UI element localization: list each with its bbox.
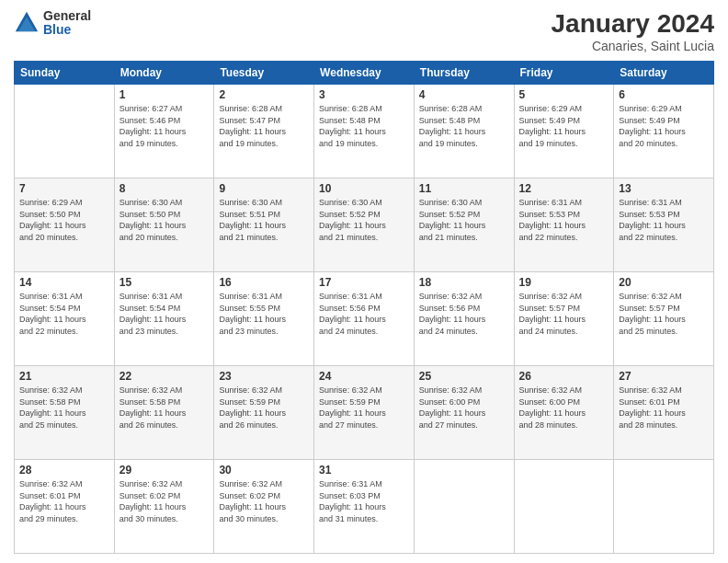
col-tuesday: Tuesday: [214, 62, 314, 85]
header: General Blue January 2024 Canaries, Sain…: [14, 9, 714, 53]
day-info: Sunrise: 6:32 AM Sunset: 5:56 PM Dayligh…: [419, 291, 509, 337]
calendar-cell: 15Sunrise: 6:31 AM Sunset: 5:54 PM Dayli…: [114, 272, 214, 366]
calendar-cell: 24Sunrise: 6:32 AM Sunset: 5:59 PM Dayli…: [314, 366, 415, 460]
calendar-cell: 18Sunrise: 6:32 AM Sunset: 5:56 PM Dayli…: [414, 272, 514, 366]
logo-general-text: General: [43, 9, 91, 23]
calendar-cell: 5Sunrise: 6:29 AM Sunset: 5:49 PM Daylig…: [514, 85, 614, 178]
calendar-cell: 27Sunrise: 6:32 AM Sunset: 6:01 PM Dayli…: [614, 366, 714, 460]
calendar-cell: 3Sunrise: 6:28 AM Sunset: 5:48 PM Daylig…: [314, 85, 415, 178]
day-number: 23: [219, 370, 309, 383]
day-number: 29: [119, 464, 210, 477]
calendar-cell: 22Sunrise: 6:32 AM Sunset: 5:58 PM Dayli…: [114, 366, 214, 460]
col-wednesday: Wednesday: [314, 62, 415, 85]
calendar-cell: [15, 85, 115, 178]
day-number: 9: [219, 182, 309, 195]
day-info: Sunrise: 6:32 AM Sunset: 5:59 PM Dayligh…: [319, 385, 409, 431]
day-info: Sunrise: 6:31 AM Sunset: 5:54 PM Dayligh…: [119, 291, 210, 337]
page: General Blue January 2024 Canaries, Sain…: [0, 0, 728, 563]
day-info: Sunrise: 6:28 AM Sunset: 5:47 PM Dayligh…: [219, 103, 309, 149]
week-row-3: 14Sunrise: 6:31 AM Sunset: 5:54 PM Dayli…: [15, 272, 714, 366]
day-number: 31: [319, 464, 409, 477]
day-number: 24: [319, 370, 409, 383]
calendar-table: Sunday Monday Tuesday Wednesday Thursday…: [14, 61, 714, 554]
main-title: January 2024: [552, 9, 714, 39]
logo: General Blue: [14, 9, 91, 38]
day-number: 15: [119, 276, 210, 289]
day-info: Sunrise: 6:32 AM Sunset: 5:57 PM Dayligh…: [619, 291, 709, 337]
day-number: 10: [319, 182, 409, 195]
calendar-cell: 23Sunrise: 6:32 AM Sunset: 5:59 PM Dayli…: [214, 366, 314, 460]
calendar-cell: 7Sunrise: 6:29 AM Sunset: 5:50 PM Daylig…: [15, 178, 115, 272]
day-info: Sunrise: 6:31 AM Sunset: 5:55 PM Dayligh…: [219, 291, 309, 337]
day-info: Sunrise: 6:32 AM Sunset: 5:58 PM Dayligh…: [119, 385, 210, 431]
day-info: Sunrise: 6:32 AM Sunset: 5:58 PM Dayligh…: [19, 385, 109, 431]
day-info: Sunrise: 6:32 AM Sunset: 6:01 PM Dayligh…: [619, 385, 709, 431]
calendar-cell: [414, 460, 514, 554]
col-sunday: Sunday: [15, 62, 115, 85]
day-info: Sunrise: 6:32 AM Sunset: 6:01 PM Dayligh…: [19, 478, 109, 524]
day-info: Sunrise: 6:30 AM Sunset: 5:52 PM Dayligh…: [419, 197, 509, 243]
day-info: Sunrise: 6:30 AM Sunset: 5:52 PM Dayligh…: [319, 197, 409, 243]
day-info: Sunrise: 6:27 AM Sunset: 5:46 PM Dayligh…: [119, 103, 210, 149]
col-friday: Friday: [514, 62, 614, 85]
logo-blue-text: Blue: [43, 23, 91, 37]
day-number: 12: [519, 182, 609, 195]
day-info: Sunrise: 6:32 AM Sunset: 6:00 PM Dayligh…: [519, 385, 609, 431]
day-info: Sunrise: 6:32 AM Sunset: 6:00 PM Dayligh…: [419, 385, 509, 431]
col-saturday: Saturday: [614, 62, 714, 85]
day-number: 1: [119, 88, 210, 101]
calendar-cell: 6Sunrise: 6:29 AM Sunset: 5:49 PM Daylig…: [614, 85, 714, 178]
day-number: 7: [19, 182, 109, 195]
day-number: 22: [119, 370, 210, 383]
calendar-cell: 17Sunrise: 6:31 AM Sunset: 5:56 PM Dayli…: [314, 272, 415, 366]
day-info: Sunrise: 6:29 AM Sunset: 5:49 PM Dayligh…: [619, 103, 709, 149]
day-number: 25: [419, 370, 509, 383]
day-number: 17: [319, 276, 409, 289]
title-area: January 2024 Canaries, Saint Lucia: [552, 9, 714, 53]
week-row-2: 7Sunrise: 6:29 AM Sunset: 5:50 PM Daylig…: [15, 178, 714, 272]
calendar-cell: 16Sunrise: 6:31 AM Sunset: 5:55 PM Dayli…: [214, 272, 314, 366]
day-info: Sunrise: 6:30 AM Sunset: 5:51 PM Dayligh…: [219, 197, 309, 243]
logo-text: General Blue: [43, 9, 91, 38]
day-info: Sunrise: 6:32 AM Sunset: 5:57 PM Dayligh…: [519, 291, 609, 337]
day-number: 16: [219, 276, 309, 289]
calendar-cell: 28Sunrise: 6:32 AM Sunset: 6:01 PM Dayli…: [15, 460, 115, 554]
day-number: 27: [619, 370, 709, 383]
day-info: Sunrise: 6:32 AM Sunset: 6:02 PM Dayligh…: [219, 478, 309, 524]
day-number: 28: [19, 464, 109, 477]
day-number: 2: [219, 88, 309, 101]
calendar-cell: 30Sunrise: 6:32 AM Sunset: 6:02 PM Dayli…: [214, 460, 314, 554]
calendar-cell: 26Sunrise: 6:32 AM Sunset: 6:00 PM Dayli…: [514, 366, 614, 460]
header-row: Sunday Monday Tuesday Wednesday Thursday…: [15, 62, 714, 85]
calendar-cell: 12Sunrise: 6:31 AM Sunset: 5:53 PM Dayli…: [514, 178, 614, 272]
day-info: Sunrise: 6:29 AM Sunset: 5:49 PM Dayligh…: [519, 103, 609, 149]
day-info: Sunrise: 6:31 AM Sunset: 6:03 PM Dayligh…: [319, 478, 409, 524]
day-info: Sunrise: 6:31 AM Sunset: 5:56 PM Dayligh…: [319, 291, 409, 337]
day-number: 3: [319, 88, 409, 101]
day-number: 13: [619, 182, 709, 195]
col-monday: Monday: [114, 62, 214, 85]
subtitle: Canaries, Saint Lucia: [552, 39, 714, 53]
calendar-cell: 31Sunrise: 6:31 AM Sunset: 6:03 PM Dayli…: [314, 460, 415, 554]
day-info: Sunrise: 6:31 AM Sunset: 5:53 PM Dayligh…: [619, 197, 709, 243]
calendar-cell: [514, 460, 614, 554]
calendar-cell: [614, 460, 714, 554]
day-number: 4: [419, 88, 509, 101]
day-number: 30: [219, 464, 309, 477]
day-info: Sunrise: 6:31 AM Sunset: 5:53 PM Dayligh…: [519, 197, 609, 243]
calendar-cell: 11Sunrise: 6:30 AM Sunset: 5:52 PM Dayli…: [414, 178, 514, 272]
day-number: 5: [519, 88, 609, 101]
day-number: 14: [19, 276, 109, 289]
day-info: Sunrise: 6:30 AM Sunset: 5:50 PM Dayligh…: [119, 197, 210, 243]
calendar-cell: 8Sunrise: 6:30 AM Sunset: 5:50 PM Daylig…: [114, 178, 214, 272]
calendar-cell: 10Sunrise: 6:30 AM Sunset: 5:52 PM Dayli…: [314, 178, 415, 272]
calendar-cell: 1Sunrise: 6:27 AM Sunset: 5:46 PM Daylig…: [114, 85, 214, 178]
calendar-cell: 25Sunrise: 6:32 AM Sunset: 6:00 PM Dayli…: [414, 366, 514, 460]
day-number: 19: [519, 276, 609, 289]
day-number: 6: [619, 88, 709, 101]
calendar-cell: 29Sunrise: 6:32 AM Sunset: 6:02 PM Dayli…: [114, 460, 214, 554]
day-number: 26: [519, 370, 609, 383]
calendar-cell: 21Sunrise: 6:32 AM Sunset: 5:58 PM Dayli…: [15, 366, 115, 460]
calendar-cell: 14Sunrise: 6:31 AM Sunset: 5:54 PM Dayli…: [15, 272, 115, 366]
day-info: Sunrise: 6:32 AM Sunset: 5:59 PM Dayligh…: [219, 385, 309, 431]
